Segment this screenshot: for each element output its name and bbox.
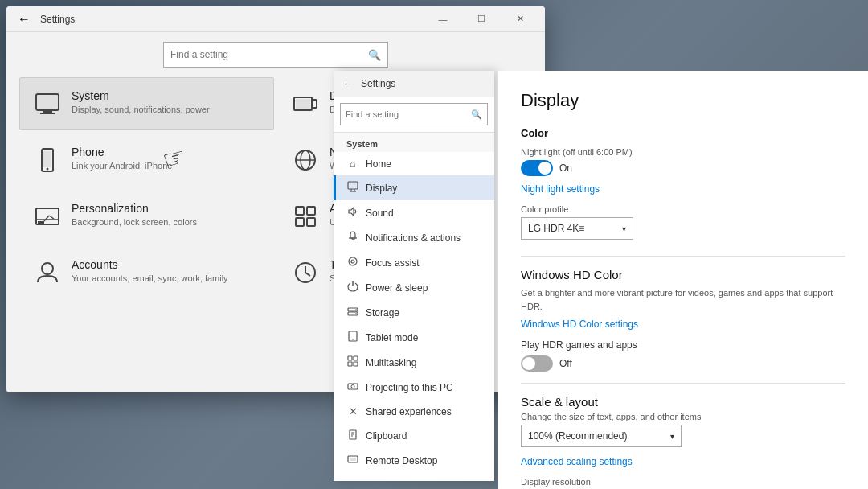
hdr-description: Get a brighter and more vibrant picture … <box>521 286 845 313</box>
sidebar-search-box[interactable]: 🔍 <box>340 103 488 125</box>
sidebar-item-home[interactable]: ⌂ Home <box>334 152 494 175</box>
system-icon <box>33 89 62 118</box>
sidebar-item-multitasking[interactable]: Multitasking <box>334 350 494 375</box>
tablet-label: Tablet mode <box>366 332 418 343</box>
sidebar-back-button[interactable]: ← <box>340 76 356 92</box>
shared-icon: ✕ <box>346 405 359 417</box>
color-profile-label: Color profile <box>521 204 845 214</box>
projecting-icon <box>346 380 359 394</box>
svg-rect-51 <box>350 458 356 461</box>
sidebar-search-input[interactable] <box>346 109 471 119</box>
settings-sidebar: ← Settings 🔍 System ⌂ Home Display <box>334 71 494 481</box>
color-profile-dropdown[interactable]: LG HDR 4K≡ ▾ <box>521 217 633 240</box>
sidebar-item-notifications[interactable]: Notifications & actions <box>334 225 494 250</box>
category-accounts[interactable]: Accounts Your accounts, email, sync, wor… <box>19 246 274 299</box>
minimize-button-bg[interactable]: — <box>424 6 461 32</box>
multitasking-label: Multitasking <box>366 357 416 368</box>
clipboard-label: Clipboard <box>366 430 407 442</box>
svg-marker-30 <box>349 208 354 216</box>
advanced-scaling-link[interactable]: Advanced scaling settings <box>521 456 633 467</box>
night-light-label: Night light (off until 6:00 PM) <box>521 147 845 157</box>
storage-icon <box>346 306 359 319</box>
svg-line-16 <box>44 216 49 221</box>
night-light-settings-link[interactable]: Night light settings <box>521 183 600 195</box>
svg-rect-6 <box>296 99 310 109</box>
personalization-desc: Background, lock screen, colors <box>72 216 197 228</box>
sound-label: Sound <box>366 208 394 219</box>
sidebar-item-shared[interactable]: ✕ Shared experiences <box>334 400 494 423</box>
night-light-toggle-row: On <box>521 160 845 176</box>
svg-rect-21 <box>307 218 315 226</box>
scale-value: 100% (Recommended) <box>528 430 627 442</box>
hdr-toggle-row: Off <box>521 355 845 372</box>
category-system[interactable]: System Display, sound, notifications, po… <box>19 77 274 130</box>
home-label: Home <box>366 158 391 170</box>
personalization-name: Personalization <box>72 202 197 215</box>
focus-label: Focus assist <box>366 257 420 269</box>
devices-icon <box>291 89 320 118</box>
power-icon <box>346 281 359 294</box>
svg-point-36 <box>355 309 357 310</box>
close-button-bg[interactable]: ✕ <box>502 6 538 32</box>
accounts-desc: Your accounts, email, sync, work, family <box>72 273 228 285</box>
sidebar-section-header: System <box>334 133 494 152</box>
notifications-label: Notifications & actions <box>366 232 461 244</box>
search-box-bg[interactable]: 🔍 <box>163 42 388 68</box>
shared-label: Shared experiences <box>366 406 452 417</box>
category-personalization[interactable]: Personalization Background, lock screen,… <box>19 190 274 243</box>
sidebar-item-storage[interactable]: Storage <box>334 300 494 325</box>
display-title: Display <box>521 90 845 111</box>
sound-icon <box>346 206 359 220</box>
hdr-toggle[interactable] <box>521 355 553 372</box>
svg-line-25 <box>305 273 310 276</box>
sidebar-item-sound[interactable]: Sound <box>334 200 494 225</box>
dropdown-arrow-color: ▾ <box>622 224 626 233</box>
phone-category-text: Phone Link your Android, iPhone <box>72 146 172 172</box>
maximize-button-bg[interactable]: ☐ <box>463 6 500 32</box>
hdr-settings-link[interactable]: Windows HD Color settings <box>521 318 638 330</box>
svg-point-33 <box>351 260 354 263</box>
system-category-text: System Display, sound, notifications, po… <box>72 89 210 116</box>
display-resolution-label: Display resolution <box>521 477 845 487</box>
hdr-section-title: Windows HD Color <box>521 268 845 281</box>
sidebar-item-display[interactable]: Display <box>334 175 494 200</box>
power-label: Power & sleep <box>366 282 428 294</box>
back-button-bg[interactable]: ← <box>13 8 35 31</box>
apps-icon <box>291 202 320 231</box>
divider-2 <box>521 383 845 384</box>
svg-rect-5 <box>312 100 317 108</box>
svg-point-37 <box>355 313 357 314</box>
accounts-name: Accounts <box>72 258 228 271</box>
dropdown-arrow-scale: ▾ <box>670 432 674 441</box>
svg-rect-3 <box>38 96 57 109</box>
sidebar-search-icon: 🔍 <box>471 109 482 120</box>
svg-point-32 <box>349 257 357 265</box>
scale-change-label: Change the size of text, apps, and other… <box>521 412 845 421</box>
window-controls-bg: — ☐ ✕ <box>424 6 538 32</box>
watermark: LICSTER <box>813 471 856 481</box>
sidebar-item-remote[interactable]: Remote Desktop <box>334 448 494 473</box>
night-light-toggle[interactable] <box>521 160 553 176</box>
sidebar-item-focus[interactable]: Focus assist <box>334 250 494 275</box>
system-name: System <box>72 89 210 102</box>
phone-desc: Link your Android, iPhone <box>72 160 172 172</box>
sidebar-item-clipboard[interactable]: Clipboard <box>334 423 494 448</box>
svg-rect-42 <box>348 362 352 366</box>
svg-rect-43 <box>354 362 358 366</box>
clipboard-icon <box>346 429 359 442</box>
category-phone[interactable]: Phone Link your Android, iPhone <box>19 134 274 187</box>
personalization-category-text: Personalization Background, lock screen,… <box>72 202 197 228</box>
svg-line-17 <box>49 216 54 219</box>
sidebar-item-power[interactable]: Power & sleep <box>334 275 494 300</box>
night-light-state: On <box>559 162 572 174</box>
scale-dropdown[interactable]: 100% (Recommended) ▾ <box>521 425 682 447</box>
sidebar-item-tablet[interactable]: Tablet mode <box>334 325 494 350</box>
svg-rect-19 <box>307 207 315 215</box>
svg-point-39 <box>352 339 354 340</box>
svg-rect-18 <box>296 207 304 215</box>
sidebar-titlebar: ← Settings <box>334 71 494 97</box>
sidebar-item-projecting[interactable]: Projecting to this PC <box>334 375 494 400</box>
search-icon-bg: 🔍 <box>368 49 381 61</box>
projecting-label: Projecting to this PC <box>366 382 453 393</box>
search-input-bg[interactable] <box>170 49 368 60</box>
